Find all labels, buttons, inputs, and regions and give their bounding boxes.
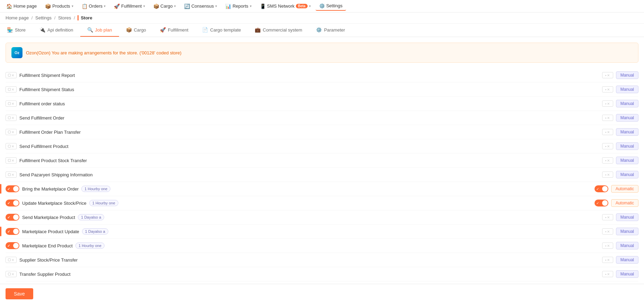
job-toggle-right-2[interactable]: ▪ ✕ [602,86,613,93]
job-toggle-right-13[interactable]: ▪ ✕ [602,243,613,249]
breadcrumb-stores[interactable]: Stores [58,15,71,20]
job-toggle-right-4[interactable]: ▪ ✕ [602,115,613,121]
job-row-13: ✓ Marketplace End Product 1 Hourby one ▪… [6,239,638,253]
job-action-9[interactable]: Automatic [611,185,638,193]
job-right-2: ▪ ✕ Manual [602,86,638,93]
tab-bar: 🏪 Store 🔌 Api definition 🔍 Job plan 📦 Ca… [0,24,644,37]
job-toggle-left-9[interactable]: ✓ [6,185,19,192]
job-toggle-right-10[interactable]: ✓ [595,200,608,206]
home-icon: 🏠 [6,3,12,9]
nav-products-label: Products [52,3,70,9]
job-toggle-right-14[interactable]: ▪ ✕ [602,257,613,263]
job-toggle-left-7[interactable]: ✕ [6,157,17,164]
job-toggle-right-12[interactable]: ▪ ✕ [602,228,613,235]
job-toggle-right-6[interactable]: ▪ ✕ [602,143,613,149]
job-action-5[interactable]: Manual [616,128,638,136]
job-toggle-right-1[interactable]: ▪ ✕ [602,72,613,78]
job-name-7: Fulfillment Product Stock Transfer [19,158,87,163]
breadcrumb-home[interactable]: Home page [6,15,29,20]
nav-sms[interactable]: 📱 SMS Network Beta ▾ [256,2,314,10]
job-action-7[interactable]: Manual [616,157,638,164]
job-toggle-left-6[interactable]: ✕ [6,143,17,149]
tab-commercial[interactable]: 💼 Commercial system [248,24,309,37]
job-row-15: ✕ Transfer Supplier Product ▪ ✕ Manual [6,267,638,281]
job-row-14: ✕ Supplier Stock/Price Transfer ▪ ✕ Manu… [6,253,638,267]
tab-commercial-label: Commercial system [263,27,302,33]
fulfillment-icon: 🚀 [114,3,120,9]
job-toggle-right-7[interactable]: ▪ ✕ [602,157,613,164]
tab-api-label: Api definition [47,27,73,33]
tab-jobplan[interactable]: 🔍 Job plan [80,24,119,37]
job-action-10[interactable]: Automatic [611,199,638,207]
job-left-10: ✓ Update Marketplace Stock/Price 1 Hourb… [6,200,595,206]
nav-home[interactable]: 🏠 Home page [3,2,40,10]
job-action-15[interactable]: Manual [616,270,638,278]
job-toggle-left-3[interactable]: ✕ [6,100,17,107]
tab-parameter[interactable]: ⚙️ Parameter [309,24,352,37]
tab-fulfillment[interactable]: 🚀 Fulfillment [153,24,195,37]
job-left-14: ✕ Supplier Stock/Price Transfer [6,257,602,263]
job-toggle-right-15[interactable]: ▪ ✕ [602,271,613,277]
job-action-11[interactable]: Manual [616,213,638,221]
job-action-1[interactable]: Manual [616,71,638,79]
save-button[interactable]: Save [6,288,33,299]
tab-store[interactable]: 🏪 Store [0,24,33,37]
job-action-12[interactable]: Manual [616,228,638,235]
job-toggle-right-5[interactable]: ▪ ✕ [602,129,613,135]
job-left-11: ✓ Send Marketplace Product 1 Dayalso a [6,214,602,221]
cargo-tab-icon: 📦 [126,27,132,33]
job-right-14: ▪ ✕ Manual [602,256,638,264]
nav-fulfillment[interactable]: 🚀 Fulfillment ▾ [110,2,148,10]
tab-cargotemplate-label: Cargo template [210,27,241,33]
job-action-14[interactable]: Manual [616,256,638,264]
job-row-6: ✕ Send Fulfillment Product ▪ ✕ Manual [6,139,638,153]
breadcrumb-sep2: / [54,15,56,20]
job-toggle-left-5[interactable]: ✕ [6,129,17,135]
job-toggle-left-4[interactable]: ✕ [6,115,17,121]
alert-banner: Oz Ozon(Ozon) You are making arrangement… [6,43,638,63]
job-toggle-left-1[interactable]: ✕ [6,72,17,78]
job-action-13[interactable]: Manual [616,242,638,249]
job-toggle-left-8[interactable]: ✕ [6,171,17,178]
nav-reports[interactable]: 📊 Reports ▾ [222,2,255,10]
job-toggle-left-12[interactable]: ✓ [6,228,19,235]
job-toggle-right-9[interactable]: ✓ [595,185,608,192]
job-toggle-left-10[interactable]: ✓ [6,200,19,206]
job-action-4[interactable]: Manual [616,114,638,122]
job-toggle-left-15[interactable]: ✕ [6,271,17,277]
ozon-logo: Oz [11,47,22,58]
tab-api[interactable]: 🔌 Api definition [33,24,80,37]
job-toggle-left-14[interactable]: ✕ [6,257,17,263]
reports-icon: 📊 [225,3,231,9]
nav-cargo[interactable]: 📦 Cargo ▾ [150,2,179,10]
beta-badge: Beta [296,4,308,8]
tab-cargotemplate[interactable]: 📄 Cargo template [195,24,248,37]
job-action-8[interactable]: Manual [616,171,638,178]
job-left-8: ✕ Send Pazaryeri Shipping Information [6,171,602,178]
job-toggle-right-8[interactable]: ▪ ✕ [602,171,613,178]
tab-fulfillment-label: Fulfillment [168,27,188,33]
job-right-5: ▪ ✕ Manual [602,128,638,136]
job-row-5: ✕ Fulfillment Order Plan Transfer ▪ ✕ Ma… [6,125,638,139]
job-toggle-left-13[interactable]: ✓ [6,242,19,249]
nav-products[interactable]: 📦 Products ▾ [42,2,76,10]
job-toggle-left-11[interactable]: ✓ [6,214,19,221]
job-right-6: ▪ ✕ Manual [602,142,638,150]
job-row-9: ✓ Bring the Marketplace Order 1 Hourby o… [6,182,638,196]
job-name-12: Marketplace Product Update [22,229,79,234]
nav-consensus[interactable]: 🔄 Consensus ▾ [181,2,220,10]
reports-chevron: ▾ [250,4,252,8]
job-toggle-left-2[interactable]: ✕ [6,86,17,93]
nav-settings[interactable]: ⚙️ Settings [316,2,346,11]
tab-cargo[interactable]: 📦 Cargo [119,24,153,37]
breadcrumb-settings[interactable]: Settings [35,15,52,20]
job-action-2[interactable]: Manual [616,86,638,93]
products-icon: 📦 [45,3,51,9]
breadcrumb-current: Store [78,15,92,20]
job-action-6[interactable]: Manual [616,142,638,150]
job-right-8: ▪ ✕ Manual [602,171,638,178]
nav-orders[interactable]: 📋 Orders ▾ [78,2,109,10]
job-toggle-right-3[interactable]: ▪ ✕ [602,100,613,107]
job-action-3[interactable]: Manual [616,100,638,107]
job-toggle-right-11[interactable]: ▪ ✕ [602,214,613,220]
